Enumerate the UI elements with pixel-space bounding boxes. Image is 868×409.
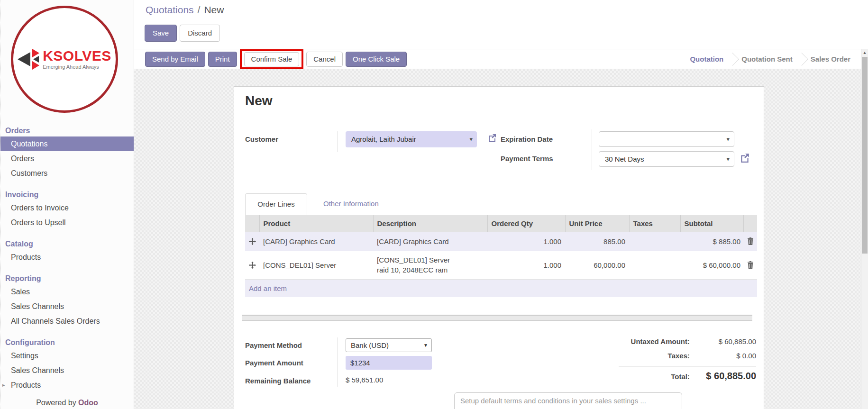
- breadcrumb-quotations-link[interactable]: Quotations: [146, 4, 194, 15]
- content-area: New Customer Agrolait, Laith Jubair ▾ Ex…: [134, 69, 861, 409]
- status-step-quotation[interactable]: Quotation: [682, 49, 731, 69]
- status-step-sales-order[interactable]: Sales Order: [803, 49, 858, 69]
- cell-product[interactable]: [CARD] Graphics Card: [259, 232, 373, 251]
- expiration-date-field[interactable]: ▾: [599, 131, 734, 147]
- discard-button[interactable]: Discard: [180, 25, 220, 42]
- cell-description[interactable]: [CONS_DEL01] Server raid 10, 2048ECC ram: [373, 251, 487, 279]
- table-row[interactable]: [CONS_DEL01] Server [CONS_DEL01] Server …: [245, 251, 757, 279]
- breadcrumb-current: New: [204, 4, 224, 15]
- sidebar-item-config-sales-channels[interactable]: Sales Channels: [0, 363, 134, 378]
- total-value: $ 60,885.00: [690, 371, 756, 382]
- drag-handle-icon[interactable]: [245, 232, 259, 251]
- chevron-down-icon[interactable]: ▾: [726, 132, 730, 146]
- untaxed-amount-label: Untaxed Amount:: [595, 337, 690, 345]
- sidebar-item-orders[interactable]: Orders: [0, 151, 134, 166]
- sidebar-item-orders-to-upsell[interactable]: Orders to Upsell: [0, 215, 134, 230]
- add-an-item-link[interactable]: Add an item: [245, 279, 757, 297]
- sidebar-item-quotations[interactable]: Quotations: [0, 136, 134, 151]
- sidebar-item-config-products[interactable]: ▸ Products: [0, 378, 134, 392]
- sidebar-item-settings[interactable]: Settings: [0, 348, 134, 363]
- cell-description[interactable]: [CARD] Graphics Card: [373, 232, 487, 251]
- untaxed-amount-value: $ 60,885.00: [690, 337, 756, 345]
- group-separator: [337, 131, 338, 152]
- cell-ordered-qty[interactable]: 1.000: [487, 232, 565, 251]
- drag-handle-column-header: [245, 215, 259, 232]
- payment-amount-label: Payment Amount: [245, 359, 303, 367]
- sidebar-item-sales-channels[interactable]: Sales Channels: [0, 299, 134, 314]
- cell-unit-price[interactable]: 885.00: [565, 232, 629, 251]
- delete-column-header: [743, 215, 757, 232]
- print-button[interactable]: Print: [208, 52, 237, 67]
- taxes-label: Taxes:: [595, 352, 690, 360]
- column-header-unit-price[interactable]: Unit Price: [565, 215, 629, 232]
- totals-block: Untaxed Amount: $ 60,885.00 Taxes: $ 0.0…: [595, 337, 756, 388]
- order-lines-table: Product Description Ordered Qty Unit Pri…: [245, 215, 757, 297]
- remaining-balance-value: $ 59,651.00: [346, 376, 383, 384]
- form-sheet: New Customer Agrolait, Laith Jubair ▾ Ex…: [234, 86, 764, 409]
- expiration-date-label: Expiration Date: [501, 135, 553, 143]
- save-button[interactable]: Save: [145, 25, 177, 42]
- company-logo: KSOLVES Emerging Ahead Always: [11, 6, 118, 113]
- breadcrumb: Quotations/New: [146, 4, 224, 16]
- customer-external-link-icon[interactable]: [487, 133, 497, 143]
- chevron-down-icon[interactable]: ▼: [423, 339, 428, 352]
- sidebar: KSOLVES Emerging Ahead Always Orders Quo…: [0, 0, 134, 409]
- tab-order-lines[interactable]: Order Lines: [245, 193, 307, 215]
- menu-header-reporting: Reporting: [0, 272, 134, 284]
- cell-taxes[interactable]: [629, 251, 680, 279]
- customer-field[interactable]: Agrolait, Laith Jubair ▾: [346, 131, 477, 147]
- drag-handle-icon[interactable]: [245, 251, 259, 279]
- cancel-button[interactable]: Cancel: [306, 52, 343, 67]
- top-bar: Quotations/New Save Discard: [134, 0, 868, 49]
- confirm-sale-button[interactable]: Confirm Sale: [244, 52, 300, 66]
- send-by-email-button[interactable]: Send by Email: [145, 52, 205, 67]
- payment-method-label: Payment Method: [245, 341, 302, 349]
- scroll-up-icon[interactable]: ▲: [861, 50, 868, 55]
- payment-terms-label: Payment Terms: [501, 155, 553, 163]
- column-header-product[interactable]: Product: [259, 215, 373, 232]
- sidebar-menu: Orders Quotations Orders Customers Invoi…: [0, 124, 134, 392]
- page-title: New: [245, 93, 273, 109]
- cell-ordered-qty[interactable]: 1.000: [487, 251, 565, 279]
- menu-header-orders: Orders: [0, 124, 134, 136]
- table-row[interactable]: [CARD] Graphics Card [CARD] Graphics Car…: [245, 232, 757, 251]
- cell-unit-price[interactable]: 60,000.00: [565, 251, 629, 279]
- sidebar-item-sales[interactable]: Sales: [0, 284, 134, 299]
- remaining-balance-label: Remaining Balance: [245, 377, 311, 385]
- delete-row-icon[interactable]: [743, 232, 757, 251]
- sidebar-item-products[interactable]: Products: [0, 250, 134, 264]
- column-header-description[interactable]: Description: [373, 215, 487, 232]
- logo-tagline: Emerging Ahead Always: [43, 64, 111, 70]
- chevron-down-icon[interactable]: ▾: [726, 152, 730, 166]
- powered-by-odoo[interactable]: Powered by Odoo: [0, 399, 134, 407]
- horizontal-scrollbar[interactable]: [242, 315, 752, 321]
- cell-taxes[interactable]: [629, 232, 680, 251]
- scrollbar-thumb[interactable]: [862, 57, 868, 254]
- payment-amount-input[interactable]: [346, 356, 432, 370]
- chevron-down-icon[interactable]: ▾: [469, 131, 473, 147]
- column-header-taxes[interactable]: Taxes: [629, 215, 680, 232]
- delete-row-icon[interactable]: [743, 251, 757, 279]
- payment-method-select[interactable]: Bank (USD) ▼: [346, 338, 432, 352]
- sidebar-item-all-channels-sales-orders[interactable]: All Channels Sales Orders: [0, 314, 134, 328]
- tab-other-information[interactable]: Other Information: [318, 193, 384, 215]
- add-item-row[interactable]: Add an item: [245, 279, 757, 297]
- one-click-sale-button[interactable]: One Click Sale: [346, 52, 407, 67]
- status-step-quotation-sent[interactable]: Quotation Sent: [734, 49, 800, 69]
- payment-terms-field[interactable]: 30 Net Days ▾: [599, 151, 734, 167]
- vertical-scrollbar[interactable]: ▲: [861, 49, 868, 409]
- cell-product[interactable]: [CONS_DEL01] Server: [259, 251, 373, 279]
- status-pipeline: Quotation Quotation Sent Sales Order: [682, 49, 858, 69]
- sidebar-item-orders-to-invoice[interactable]: Orders to Invoice: [0, 200, 134, 215]
- terms-and-conditions-input[interactable]: [454, 392, 682, 409]
- column-header-ordered-qty[interactable]: Ordered Qty: [487, 215, 565, 232]
- payment-terms-external-link-icon[interactable]: [740, 153, 749, 162]
- sidebar-item-customers[interactable]: Customers: [0, 166, 134, 181]
- group-separator: [592, 129, 592, 170]
- column-header-subtotal[interactable]: Subtotal: [680, 215, 743, 232]
- logo-k-icon: [32, 49, 39, 70]
- cell-subtotal: $ 885.00: [680, 232, 743, 251]
- logo-brand-text: KSOLVES: [43, 49, 111, 63]
- action-bar: Send by Email Print Confirm Sale Cancel …: [134, 49, 861, 69]
- menu-header-configuration: Configuration: [0, 336, 134, 348]
